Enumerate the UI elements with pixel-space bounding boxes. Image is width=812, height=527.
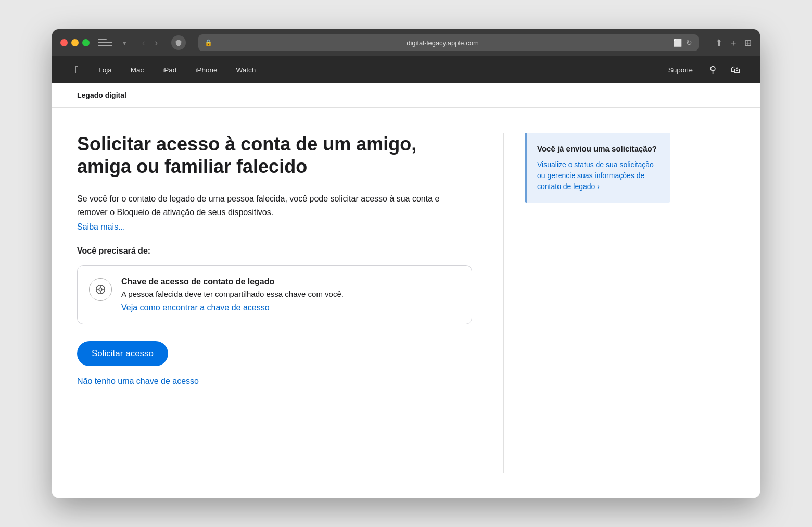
page-title: Solicitar acesso à conta de um amigo, am… — [77, 133, 472, 178]
nav-arrows: ‹ › — [139, 36, 161, 49]
no-key-link[interactable]: Não tenho uma chave de acesso — [77, 377, 199, 385]
content-main: Solicitar acesso à conta de um amigo, am… — [77, 133, 504, 473]
back-button[interactable]: ‹ — [139, 36, 148, 49]
refresh-icon[interactable]: ↻ — [686, 39, 692, 47]
toolbar-right: ⬆ ＋ ⊞ — [715, 36, 752, 49]
content-sidebar: Você já enviou uma solicitação? Visualiz… — [504, 133, 670, 473]
find-key-link[interactable]: Veja como encontrar a chave de acesso — [121, 303, 270, 312]
apple-logo[interactable]:  — [65, 64, 89, 76]
learn-more-link[interactable]: Saiba mais... — [77, 222, 125, 231]
shield-icon — [171, 35, 186, 50]
nav-item-suporte[interactable]: Suporte — [659, 66, 702, 74]
search-icon[interactable]: ⚲ — [702, 64, 724, 76]
sidebar-toggle-button[interactable] — [96, 35, 115, 50]
nav-item-mac[interactable]: Mac — [121, 66, 154, 74]
url-text: digital-legacy.apple.com — [217, 39, 669, 47]
breadcrumb-title: Legado digital — [77, 91, 126, 99]
title-bar: ▾ ‹ › 🔒 digital-legacy.apple.com ⬜ ↻ ⬆ ＋… — [52, 29, 760, 56]
traffic-lights — [60, 39, 90, 46]
translate-icon[interactable]: ⬜ — [673, 39, 682, 47]
breadcrumb: Legado digital — [52, 83, 760, 108]
sidebar-status-link[interactable]: Visualize o status de sua solicitação ou… — [537, 159, 660, 192]
request-access-button[interactable]: Solicitar acesso — [77, 341, 168, 366]
requirements-label: Você precisará de: — [77, 246, 472, 256]
key-card-title: Chave de acesso de contato de legado — [121, 277, 344, 286]
nav-item-ipad[interactable]: iPad — [153, 66, 186, 74]
close-button[interactable] — [60, 39, 68, 46]
share-icon[interactable]: ⬆ — [715, 37, 722, 48]
apple-nav:  Loja Mac iPad iPhone Watch Suporte ⚲ 🛍 — [52, 56, 760, 83]
grid-icon[interactable]: ⊞ — [744, 37, 752, 48]
browser-window: ▾ ‹ › 🔒 digital-legacy.apple.com ⬜ ↻ ⬆ ＋… — [52, 29, 760, 498]
nav-item-iphone[interactable]: iPhone — [186, 66, 226, 74]
chevron-down-icon[interactable]: ▾ — [121, 37, 129, 49]
nav-item-loja[interactable]: Loja — [89, 66, 121, 74]
page-content: Solicitar acesso à conta de um amigo, am… — [52, 108, 760, 498]
key-card: Chave de acesso de contato de legado A p… — [77, 265, 472, 325]
sidebar-card: Você já enviou uma solicitação? Visualiz… — [525, 133, 670, 203]
new-tab-icon[interactable]: ＋ — [729, 36, 738, 49]
key-icon — [89, 278, 112, 301]
key-card-text: Chave de acesso de contato de legado A p… — [121, 277, 344, 313]
forward-button[interactable]: › — [151, 36, 161, 49]
bag-icon[interactable]: 🛍 — [724, 65, 747, 76]
lock-icon: 🔒 — [205, 39, 212, 46]
sidebar-heading: Você já enviou uma solicitação? — [537, 143, 660, 154]
nav-item-watch[interactable]: Watch — [226, 66, 265, 74]
minimize-button[interactable] — [71, 39, 79, 46]
main-description: Se você for o contato de legado de uma p… — [77, 192, 472, 219]
key-card-description: A pessoa falecida deve ter compartilhado… — [121, 288, 344, 300]
url-bar[interactable]: 🔒 digital-legacy.apple.com ⬜ ↻ — [198, 34, 699, 51]
fullscreen-button[interactable] — [82, 39, 90, 46]
